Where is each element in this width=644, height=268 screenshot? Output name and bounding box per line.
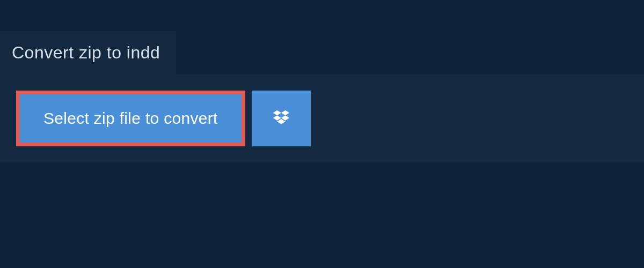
title-bar: Convert zip to indd: [0, 31, 176, 75]
dropbox-button[interactable]: [252, 91, 311, 146]
dropbox-icon: [271, 108, 291, 129]
page-title: Convert zip to indd: [12, 43, 160, 63]
select-button-highlight: Select zip file to convert: [16, 91, 245, 146]
button-row: Select zip file to convert: [16, 91, 628, 146]
select-file-button[interactable]: Select zip file to convert: [20, 94, 241, 143]
action-panel: Select zip file to convert: [0, 75, 644, 162]
